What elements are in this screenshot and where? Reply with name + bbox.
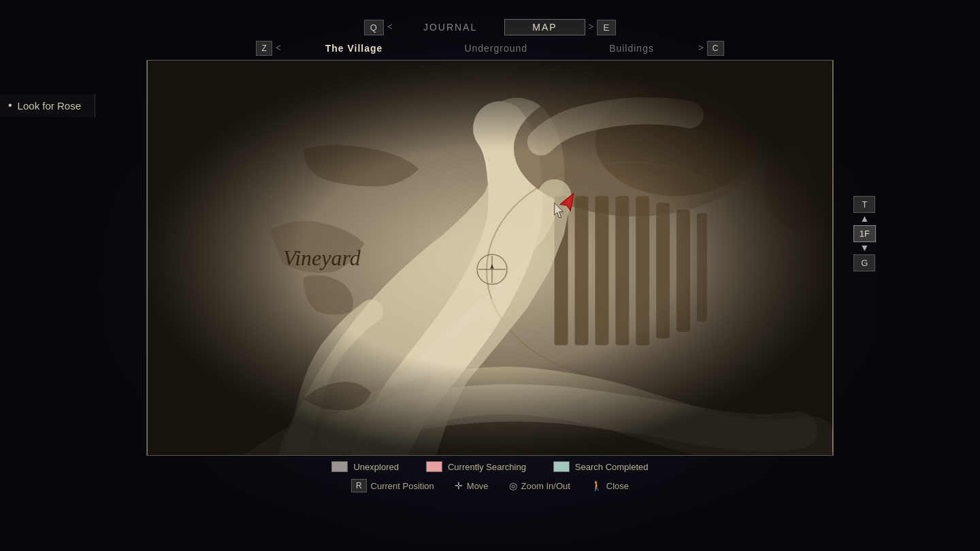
compass-rose — [477, 254, 507, 284]
right-arrow-2: > — [695, 43, 707, 54]
ctrl-zoom: ◎ Zoom In/Out — [509, 480, 570, 491]
left-arrow-2: < — [272, 43, 284, 54]
ctrl-close: 🚶 Close — [591, 480, 629, 491]
t-key[interactable]: T — [853, 196, 875, 213]
sub-nav: Z < The Village Underground Buildings > … — [150, 41, 830, 56]
c-key[interactable]: C — [707, 41, 724, 56]
completed-label: Search Completed — [575, 462, 649, 472]
svg-rect-14 — [148, 61, 833, 455]
down-arrow[interactable]: ▼ — [860, 244, 869, 253]
bottom-controls: R Current Position ✛ Move ◎ Zoom In/Out … — [351, 479, 629, 492]
e-key[interactable]: E — [597, 20, 616, 35]
unexplored-label: Unexplored — [353, 462, 399, 472]
r-key[interactable]: R — [351, 479, 367, 492]
g-key[interactable]: G — [853, 254, 875, 271]
up-arrow[interactable]: ▲ — [860, 214, 869, 224]
tab-buildings[interactable]: Buildings — [568, 41, 695, 56]
right-arrow-1: > — [585, 22, 598, 33]
tab-village[interactable]: The Village — [284, 41, 424, 56]
unexplored-swatch — [331, 461, 348, 472]
map-wrapper: Vineyard T ▲ 1F ▼ G — [146, 60, 834, 456]
quest-sidebar: • Look for Rose — [0, 94, 95, 117]
ctrl-current-pos: R Current Position — [351, 479, 434, 492]
close-icon: 🚶 — [591, 480, 602, 491]
searching-swatch — [426, 461, 442, 472]
legend-searching: Currently Searching — [426, 461, 526, 472]
ctrl-zoom-label: Zoom In/Out — [521, 481, 570, 491]
zoom-icon: ◎ — [509, 480, 517, 491]
tab-underground[interactable]: Underground — [423, 41, 568, 56]
ctrl-pos-label: Current Position — [371, 481, 434, 491]
quest-label: Look for Rose — [18, 100, 81, 112]
legend-completed: Search Completed — [553, 461, 649, 472]
map-frame[interactable]: Vineyard — [146, 60, 834, 456]
searching-label: Currently Searching — [448, 462, 526, 472]
ctrl-move: ✛ Move — [455, 480, 489, 491]
current-floor: 1F — [853, 225, 876, 242]
ctrl-move-label: Move — [467, 481, 489, 491]
z-key[interactable]: Z — [256, 41, 272, 56]
move-icon: ✛ — [455, 480, 463, 491]
tab-journal[interactable]: JOURNAL — [396, 20, 504, 35]
top-nav: Q < JOURNAL MAP > E — [364, 19, 616, 35]
quest-item: • Look for Rose — [8, 99, 81, 112]
legend-bar: Unexplored Currently Searching Search Co… — [331, 461, 648, 472]
floor-selector: T ▲ 1F ▼ G — [853, 196, 876, 271]
q-key[interactable]: Q — [364, 20, 384, 35]
ctrl-close-label: Close — [606, 481, 629, 491]
legend-unexplored: Unexplored — [331, 461, 399, 472]
quest-bullet: • — [8, 99, 12, 112]
completed-swatch — [553, 461, 570, 472]
left-arrow-1: < — [384, 22, 396, 33]
tab-map[interactable]: MAP — [504, 19, 585, 35]
map-canvas[interactable]: Vineyard — [147, 61, 833, 455]
map-svg — [147, 61, 833, 455]
